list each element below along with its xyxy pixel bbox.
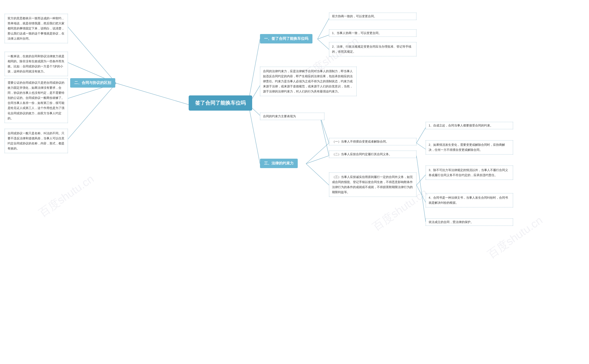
right-c1: （一）当事人不得擅自变更或者解除合同。 (329, 138, 417, 145)
left-text-1: 双方的意思都表示一致而达成的一种契约，简单地说，就是你情我愿，然后我们把大家都同… (5, 14, 68, 43)
svg-line-4 (68, 83, 116, 139)
left-text-3: 需要公证的合同或协议只是把合同或协议的效力固定并强化，如果法律没有要求，合同，协… (5, 78, 68, 123)
svg-line-5 (248, 39, 260, 101)
center-node: 签了合同了能换车位吗 (189, 95, 252, 110)
right-d2: 2、如果情况发生变化，需要变更或解除合同时，应协商解决，任何一方不得擅自变更或解… (426, 140, 513, 155)
svg-line-21 (417, 156, 426, 222)
right-c3: （三）当事人应按诚实信用原则履行一定的合同外义务，如完成合同的报批、登记手续以使… (329, 172, 417, 197)
right-inline-1: 双方协商一致的，可以变更合同。 (329, 13, 417, 20)
right-d1: 1、自成立起，合同当事人都要接受合同的约束。 (426, 122, 513, 129)
left-text-2: 一般来说，生效的合同和协议法律效力就是相同的。除非没有生效或因为一些条件而失效。… (5, 52, 68, 76)
watermark-1: 百度shutu.cn (36, 172, 97, 220)
right-long-1: 合同的法律约束力，应是法律赋予合同对当事人的强制力，即当事人如违反合同约定的内容… (260, 67, 357, 96)
mindmap-container: 签了合同了能换车位吗 二、合同与协议的区别 双方的意思都表示一致而达成的一种契约… (0, 0, 589, 364)
right-section-3: 三、法律的约束力 (260, 159, 298, 168)
connector-lines (0, 0, 589, 364)
svg-line-11 (248, 105, 260, 164)
svg-line-13 (306, 156, 329, 164)
right-constraint-label: 合同的约束力主要表现为 (260, 113, 324, 120)
right-inline-3: 2、法律、行政法规规定变更合同应当办理批准、登记等手续的，依照其规定。 (329, 42, 417, 56)
svg-line-12 (306, 143, 329, 164)
right-d4: 4、合同书是一种法律文书，当事人发生合同纠纷时，合同书就是解决纠纷的根据。 (426, 193, 513, 208)
svg-line-16 (320, 115, 329, 156)
svg-line-18 (417, 143, 426, 149)
svg-line-14 (306, 164, 329, 185)
right-inline-2: 1、当事人协商一致，可以变更合同。 (329, 29, 417, 37)
left-text-4: 合同或协议一般只是名称、叫法的不同。只要不违反法律和道德风俗，当事人可以任意约定… (5, 129, 68, 153)
svg-line-7 (318, 35, 329, 39)
svg-line-20 (417, 185, 426, 202)
right-section-1: 一、签了合同了能换车位吗 (260, 34, 312, 44)
svg-line-17 (417, 128, 426, 143)
svg-line-19 (417, 175, 426, 185)
right-c2: （二）当事人应按合同约定履行其合同义务。 (329, 151, 417, 158)
svg-line-8 (318, 39, 329, 49)
right-d3: 3、除不可抗力等法律规定的情况以外，当事人不履行合同义务或履行合同义务不符合约定… (426, 166, 513, 180)
right-d5: 依法成立的合同，受法律的保护。 (426, 218, 513, 226)
left-section-node: 二、合同与协议的区别 (70, 78, 115, 88)
svg-line-1 (68, 27, 116, 83)
svg-line-0 (116, 83, 189, 105)
svg-line-6 (318, 18, 329, 39)
